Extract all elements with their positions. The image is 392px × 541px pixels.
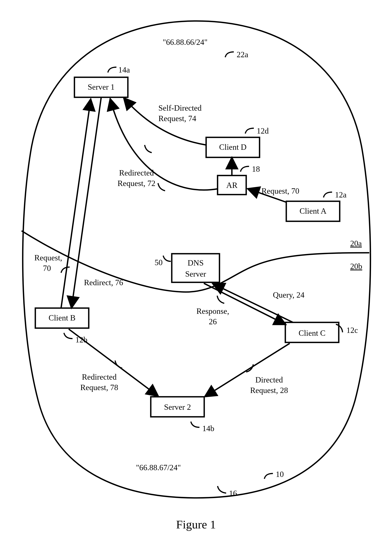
ar-node: AR	[218, 176, 246, 195]
ref-hook-74	[145, 145, 152, 153]
ref-20a: 20a	[350, 239, 362, 248]
edge-label-redirected-78-2: Request, 78	[80, 383, 118, 392]
edge-label-redirected-72-2: Request, 72	[118, 179, 155, 188]
ref-hook-16	[218, 486, 226, 493]
ref-clientc: 12c	[346, 326, 358, 335]
net-top-cidr: "66.88.66/24"	[163, 38, 208, 47]
ref-16: 16	[229, 489, 237, 498]
ref-hook-dns	[163, 256, 171, 261]
ar-label: AR	[226, 181, 237, 190]
client-d-label: Client D	[219, 143, 246, 151]
server-1-node: Server 1	[74, 77, 128, 97]
ref-hook-clientb	[64, 333, 73, 338]
ref-hook-10	[264, 473, 273, 479]
edge-query-24	[213, 284, 293, 323]
edge-label-response-26-1: Response,	[196, 307, 229, 316]
server-1-label: Server 1	[88, 83, 115, 91]
edge-label-directed-28-1: Directed	[255, 375, 283, 384]
edge-label-query-24: Query, 24	[273, 291, 304, 299]
server-2-node: Server 2	[151, 397, 204, 417]
ref-hook-clientd	[245, 128, 254, 134]
client-c-node: Client C	[285, 323, 339, 342]
ref-hook-26	[217, 296, 224, 303]
client-b-label: Client B	[48, 313, 75, 322]
ref-hook-78	[115, 360, 122, 368]
client-b-node: Client B	[35, 308, 89, 328]
ref-hook-70b	[61, 267, 70, 273]
ref-server1: 14a	[118, 65, 130, 74]
net-bot-cidr: "66.88.67/24"	[136, 463, 181, 472]
figure-title: Figure 1	[176, 518, 216, 531]
edge-label-request-70b-1: Request,	[34, 253, 62, 262]
client-a-node: Client A	[286, 201, 340, 221]
ref-server2: 14b	[202, 424, 214, 433]
client-d-node: Client D	[206, 137, 260, 157]
ref-hook-22a	[225, 52, 234, 57]
edge-label-request-70a: Request, 70	[261, 187, 299, 195]
dns-label-2: Server	[185, 270, 206, 278]
ref-10: 10	[276, 470, 284, 479]
edge-label-response-26-2: 26	[209, 317, 217, 326]
edge-label-redirected-78-1: Redirected	[82, 373, 117, 381]
ref-hook-ar	[240, 166, 249, 172]
edge-label-redirect-76: Redirect, 76	[84, 278, 123, 287]
ref-ar: 18	[252, 165, 260, 173]
client-c-label: Client C	[298, 329, 325, 338]
dns-label-1: DNS	[188, 259, 204, 267]
ref-hook-server1	[108, 67, 116, 73]
ref-hook-72	[158, 183, 165, 191]
ref-clientd: 12d	[257, 126, 269, 135]
ref-22a: 22a	[237, 50, 248, 59]
edge-label-selfdirected-74-2: Request, 74	[158, 114, 196, 123]
edge-label-selfdirected-74-1: Self-Directed	[158, 104, 202, 112]
ref-clienta: 12a	[335, 190, 347, 199]
ref-hook-server2	[191, 421, 199, 427]
client-a-label: Client A	[299, 207, 327, 215]
edge-label-directed-28-2: Request, 28	[250, 386, 288, 395]
edge-label-request-70b-2: 70	[43, 264, 51, 273]
server-2-label: Server 2	[164, 403, 191, 411]
ref-dns: 50	[155, 258, 163, 267]
ref-20b: 20b	[350, 262, 362, 271]
dns-server-node: DNS Server	[172, 254, 220, 282]
edge-label-redirected-72-1: Redirected	[119, 168, 154, 177]
ref-hook-clienta	[324, 192, 332, 198]
ref-clientb: 12b	[75, 335, 87, 344]
